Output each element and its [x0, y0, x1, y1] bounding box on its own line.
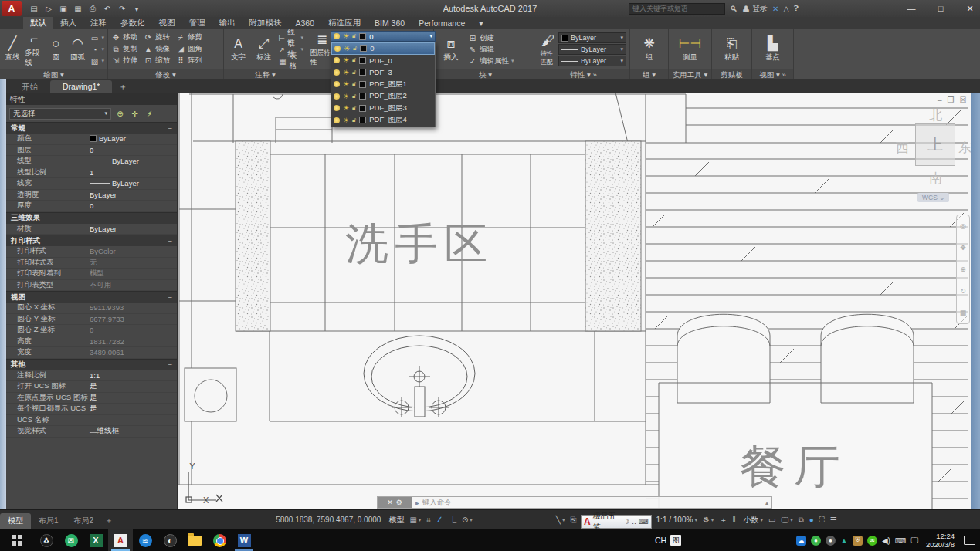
stretch-button[interactable]: ⇲拉伸	[111, 56, 137, 66]
units-value[interactable]: 小数	[744, 515, 759, 526]
open-file-icon[interactable]: ▷	[42, 2, 55, 15]
taskbar-app-qq[interactable]: 🐧︎	[34, 529, 59, 551]
app-menu-button[interactable]: A	[2, 1, 22, 16]
layer-color-swatch[interactable]	[359, 57, 366, 64]
match-properties-button[interactable]: 🖌︎特性匹配	[541, 33, 555, 66]
panel-utilities-label[interactable]: 实用工具 ▾	[669, 69, 711, 79]
section-general[interactable]: 常规−	[6, 122, 177, 134]
layer-row-pdf-layer4[interactable]: ☀🔓︎PDF_图层4	[331, 114, 435, 127]
property-row[interactable]: 线宽ByLayer	[6, 178, 177, 190]
quick-properties-icon[interactable]: ▭	[768, 516, 775, 524]
palette-side-strip[interactable]	[0, 79, 6, 509]
property-row[interactable]: 打印表类型不可用	[6, 280, 177, 292]
property-row[interactable]: 透明度ByLayer	[6, 190, 177, 201]
layer-row-pdf-layer3[interactable]: ☀🔓︎PDF_图层3	[331, 103, 435, 115]
linetype-combo[interactable]: ByLayer▾	[558, 56, 626, 66]
layout1-tab[interactable]: 布局1	[31, 513, 66, 529]
layer-on-icon[interactable]	[334, 81, 340, 87]
layer-row-pdf0[interactable]: ☀🔓︎PDF_0	[331, 55, 435, 67]
edit-block-button[interactable]: ✎编辑	[468, 44, 514, 55]
snap-icon[interactable]: ⌗	[426, 516, 431, 525]
polyline-button[interactable]: ⌐多段线	[25, 32, 43, 68]
copy-button[interactable]: ⧉复制	[111, 44, 137, 55]
section-view[interactable]: 视图−	[6, 291, 177, 303]
wcs-menu[interactable]: WCS ⌄	[917, 193, 949, 202]
command-history-caret-icon[interactable]: ▴	[765, 499, 768, 506]
command-line[interactable]: ✕ ⚙ ▸ 键入命令 ▴	[377, 496, 772, 509]
qat-customize-icon[interactable]: ▾	[131, 2, 143, 15]
maximize-button[interactable]: □	[935, 4, 946, 13]
fullscreen-icon[interactable]: ⛶	[819, 516, 825, 525]
isodraft-icon[interactable]: ⎿	[449, 516, 456, 524]
pan-icon[interactable]: ✥	[960, 244, 966, 252]
search-icon[interactable]: 🔍︎	[730, 5, 738, 13]
fillet-button[interactable]: ◢圆角	[176, 44, 202, 55]
move-button[interactable]: ✥移动	[111, 32, 137, 43]
ime-mode-icon[interactable]: A	[584, 516, 591, 527]
layer-color-swatch[interactable]	[359, 117, 366, 123]
text-button[interactable]: A文字	[227, 36, 249, 63]
viewport-close-icon[interactable]: ☒	[960, 96, 967, 104]
layer-thaw-icon[interactable]: ☀	[343, 81, 349, 87]
sign-in-button[interactable]: 👤︎登录	[742, 3, 768, 14]
network-display-icon[interactable]: 🖵︎	[910, 536, 918, 545]
start-button[interactable]	[0, 529, 34, 551]
tab-bim360[interactable]: BIM 360	[368, 17, 412, 29]
paste-button[interactable]: ⎗粘贴	[718, 36, 746, 63]
tab-parametric[interactable]: 参数化	[114, 17, 152, 29]
language-indicator[interactable]: CH 图	[655, 529, 681, 551]
undo-icon[interactable]: ↶	[101, 2, 114, 15]
taskbar-clock[interactable]: 12:24 2020/3/8	[926, 532, 955, 549]
taskbar-app-wechat[interactable]: ✉	[59, 529, 83, 551]
model-space-button[interactable]: 模型	[388, 515, 404, 526]
command-close-icon[interactable]: ✕	[387, 499, 393, 506]
layer-unlock-icon[interactable]: 🔓︎	[352, 56, 356, 64]
share-icon[interactable]: ⎘	[570, 516, 576, 525]
panel-draw-label[interactable]: 绘图 ▾	[0, 69, 107, 79]
lineweight-caret-icon[interactable]: ▾	[562, 517, 565, 523]
command-line-grip[interactable]: ✕ ⚙	[378, 497, 412, 508]
green-app-tray-icon[interactable]: ●	[811, 536, 821, 546]
layer-thaw-icon[interactable]: ☀	[343, 93, 349, 100]
layer-combo[interactable]: ☀ 🔓︎ 0 ▾	[331, 31, 436, 42]
property-row[interactable]: 线型比例1	[6, 167, 177, 179]
autodesk-tray-icon[interactable]: ▲	[840, 536, 848, 545]
create-block-button[interactable]: ⊞创建	[468, 32, 514, 43]
new-file-icon[interactable]: ▤	[28, 2, 40, 15]
layer-color-swatch[interactable]	[359, 69, 366, 76]
viewport-restore-icon[interactable]: ❐	[948, 96, 955, 104]
edit-attributes-button[interactable]: ✓编辑属性 ▾	[468, 56, 514, 66]
layer-row-pdf-layer2[interactable]: ☀🔓︎PDF_图层2	[331, 90, 435, 103]
section-misc[interactable]: 其他−	[6, 359, 177, 370]
base-point-button[interactable]: ▙基点	[759, 36, 787, 63]
workspace-caret-icon[interactable]: ▾	[711, 517, 714, 523]
speaker-icon[interactable]: ◀)	[882, 536, 890, 545]
file-tab-start[interactable]: 开始	[9, 80, 50, 93]
layer-unlock-icon[interactable]: 🔓︎	[352, 69, 356, 76]
group-button[interactable]: ❋组	[636, 36, 663, 63]
rectangle-tool-icon[interactable]: ▭▾	[90, 32, 105, 43]
isolate-icon[interactable]: ‖	[732, 516, 735, 524]
ime-tray-icon[interactable]: 图	[670, 535, 681, 546]
minimize-button[interactable]: —	[906, 4, 917, 13]
layer-unlock-icon[interactable]: 🔓︎	[352, 117, 356, 124]
rotate-button[interactable]: ⟳旋转	[144, 32, 170, 43]
arc-button[interactable]: ◠圆弧	[68, 36, 86, 63]
property-row[interactable]: 圆心 Y 坐标6677.9733	[6, 314, 177, 326]
save-icon[interactable]: ▣	[57, 2, 70, 15]
property-row[interactable]: 高度1831.7282	[6, 336, 177, 348]
taskbar-app-explorer[interactable]	[182, 529, 207, 551]
layer-row-0[interactable]: ☀🔓︎0	[331, 42, 435, 55]
plot-icon[interactable]: ⎙	[86, 2, 99, 15]
layer-row-pdf-layer1[interactable]: ☀🔓︎PDF_图层1	[331, 79, 435, 91]
full-navigation-wheel-icon[interactable]: ◎	[960, 222, 966, 230]
tab-performance[interactable]: Performance	[412, 17, 472, 29]
scale-caret-icon[interactable]: ▾	[694, 517, 697, 523]
help-search-input[interactable]	[629, 3, 725, 15]
property-row[interactable]: 颜色ByLayer	[6, 134, 177, 145]
layer-combo-caret-icon[interactable]: ▾	[429, 33, 432, 39]
viewcube-west[interactable]: 西	[896, 139, 909, 157]
property-row[interactable]: 材质ByLayer	[6, 224, 177, 235]
layer-on-icon[interactable]	[334, 57, 340, 63]
lineweight-icon[interactable]: ╲	[556, 516, 561, 524]
